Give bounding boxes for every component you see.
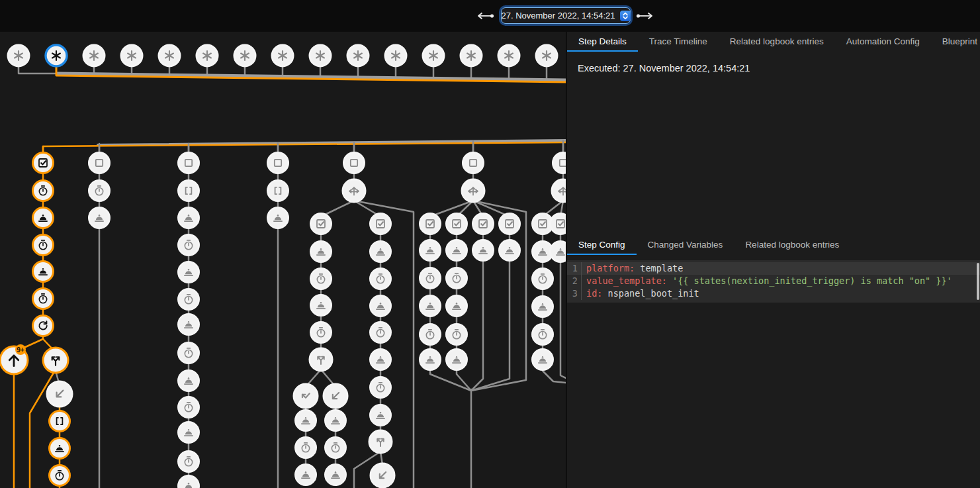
tab-step-config[interactable]: Step Config bbox=[567, 235, 637, 255]
node-checkM-icon[interactable] bbox=[311, 214, 332, 234]
node-service-icon[interactable] bbox=[296, 465, 316, 485]
node-checkM-icon[interactable] bbox=[420, 214, 441, 234]
node-service-icon[interactable] bbox=[179, 476, 199, 488]
node-timer-icon[interactable] bbox=[179, 397, 199, 418]
node-service-icon[interactable] bbox=[447, 350, 467, 370]
node-timer-icon[interactable] bbox=[447, 268, 467, 289]
yaml-editor[interactable]: 1 platform: template 2 value_template: '… bbox=[567, 260, 980, 303]
node-arrowBL-icon[interactable] bbox=[371, 464, 394, 487]
node-missed-icon[interactable] bbox=[294, 384, 318, 408]
node-service-icon[interactable] bbox=[89, 208, 110, 228]
node-checkB-icon[interactable] bbox=[89, 153, 110, 173]
editor-scrollbar[interactable] bbox=[977, 263, 979, 300]
node-asterisk-icon[interactable] bbox=[385, 45, 406, 66]
node-service-icon[interactable] bbox=[311, 295, 332, 316]
trace-run-selector[interactable]: 27. November 2022, 14:54:21 bbox=[501, 7, 631, 24]
node-timer-icon[interactable] bbox=[533, 324, 553, 345]
node-asterisk-icon[interactable] bbox=[46, 45, 67, 66]
node-timer-icon[interactable] bbox=[33, 235, 54, 256]
node-service-icon[interactable] bbox=[326, 411, 346, 431]
node-asterisk-icon[interactable] bbox=[272, 45, 293, 66]
node-asterisk-icon[interactable] bbox=[234, 45, 255, 66]
node-timer-icon[interactable] bbox=[420, 324, 441, 345]
node-asterisk-icon[interactable] bbox=[121, 45, 142, 66]
node-service-icon[interactable] bbox=[179, 262, 199, 283]
node-asterisk-icon[interactable] bbox=[461, 45, 482, 66]
node-checkM-icon[interactable] bbox=[33, 153, 54, 173]
node-checkM-icon[interactable] bbox=[551, 214, 566, 234]
node-service-icon[interactable] bbox=[500, 240, 520, 261]
node-service-icon[interactable] bbox=[326, 465, 346, 485]
node-brackets-icon[interactable] bbox=[268, 181, 289, 201]
tab-automation-config[interactable]: Automation Config bbox=[835, 32, 931, 52]
node-split-icon[interactable] bbox=[369, 430, 392, 453]
tab-related-logbook[interactable]: Related logbook entries bbox=[719, 32, 835, 52]
node-checkB-icon[interactable] bbox=[463, 153, 484, 173]
node-service-icon[interactable] bbox=[447, 296, 467, 317]
node-timer-icon[interactable] bbox=[311, 269, 332, 289]
node-timer-icon[interactable] bbox=[326, 438, 346, 458]
node-service-icon[interactable] bbox=[420, 296, 441, 317]
node-service-icon[interactable] bbox=[371, 242, 391, 262]
node-checkM-icon[interactable] bbox=[447, 214, 467, 234]
node-timer-icon[interactable] bbox=[371, 377, 391, 398]
node-split-icon[interactable] bbox=[43, 348, 68, 373]
node-checkB-icon[interactable] bbox=[179, 153, 199, 173]
tab-config-related-logbook[interactable]: Related logbook entries bbox=[734, 235, 850, 255]
node-timer-icon[interactable] bbox=[179, 343, 199, 364]
node-service-icon[interactable] bbox=[371, 296, 391, 317]
node-service-icon[interactable] bbox=[473, 240, 494, 261]
node-decision-icon[interactable] bbox=[343, 179, 365, 202]
node-asterisk-icon[interactable] bbox=[159, 45, 180, 66]
node-service-icon[interactable] bbox=[179, 371, 199, 391]
node-refresh-icon[interactable] bbox=[33, 316, 54, 336]
node-timer-icon[interactable] bbox=[371, 322, 391, 343]
node-decision-icon[interactable] bbox=[552, 179, 566, 202]
node-checkM-icon[interactable] bbox=[500, 214, 520, 234]
node-timer-icon[interactable] bbox=[179, 289, 199, 310]
node-timer-icon[interactable] bbox=[179, 235, 199, 256]
node-service-icon[interactable] bbox=[420, 240, 441, 261]
node-service-icon[interactable] bbox=[533, 297, 553, 317]
node-timer-icon[interactable] bbox=[179, 452, 199, 472]
node-decision-icon[interactable] bbox=[462, 179, 484, 202]
node-asterisk-icon[interactable] bbox=[8, 45, 29, 66]
node-checkM-icon[interactable] bbox=[473, 214, 494, 234]
node-asterisk-icon[interactable] bbox=[498, 45, 519, 66]
node-service-icon[interactable] bbox=[371, 350, 391, 370]
node-asterisk-icon[interactable] bbox=[536, 45, 557, 66]
node-asterisk-icon[interactable] bbox=[310, 45, 331, 66]
node-checkB-icon[interactable] bbox=[553, 153, 566, 173]
node-timer-icon[interactable] bbox=[33, 289, 54, 309]
node-service-icon[interactable] bbox=[311, 242, 332, 262]
next-run-button[interactable] bbox=[635, 8, 654, 24]
node-timer-icon[interactable] bbox=[447, 324, 467, 345]
node-checkB-icon[interactable] bbox=[344, 153, 365, 173]
tab-trace-timeline[interactable]: Trace Timeline bbox=[638, 32, 719, 52]
node-arrowBL-icon[interactable] bbox=[324, 384, 347, 408]
node-checkM-icon[interactable] bbox=[371, 214, 391, 234]
node-service-icon[interactable] bbox=[296, 411, 316, 431]
node-timer-icon[interactable] bbox=[420, 268, 441, 289]
previous-run-button[interactable] bbox=[476, 8, 496, 24]
tab-changed-variables[interactable]: Changed Variables bbox=[637, 235, 735, 255]
node-brackets-icon[interactable] bbox=[179, 181, 199, 201]
node-service-icon[interactable] bbox=[420, 350, 441, 370]
node-timer-icon[interactable] bbox=[296, 438, 316, 458]
node-service-icon[interactable] bbox=[268, 208, 289, 228]
node-service-icon[interactable] bbox=[33, 262, 54, 282]
node-checkB-icon[interactable] bbox=[268, 153, 289, 173]
node-asterisk-icon[interactable] bbox=[197, 45, 218, 66]
node-asterisk-icon[interactable] bbox=[83, 45, 105, 66]
node-timer-icon[interactable] bbox=[371, 269, 391, 289]
node-brackets-icon[interactable] bbox=[50, 411, 70, 432]
node-service-icon[interactable] bbox=[179, 422, 199, 443]
node-service-icon[interactable] bbox=[371, 405, 391, 426]
node-service-icon[interactable] bbox=[447, 240, 467, 261]
node-service-icon[interactable] bbox=[33, 208, 54, 228]
node-split-icon[interactable] bbox=[310, 348, 332, 371]
node-service-icon[interactable] bbox=[179, 315, 199, 335]
tab-blueprint-config[interactable]: Blueprint Config bbox=[931, 32, 980, 52]
node-timer-icon[interactable] bbox=[50, 465, 70, 486]
node-service-icon[interactable] bbox=[50, 438, 70, 459]
